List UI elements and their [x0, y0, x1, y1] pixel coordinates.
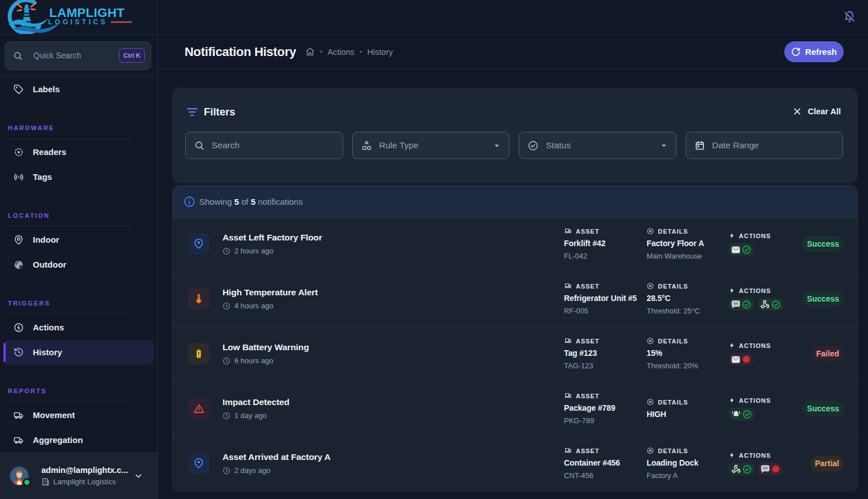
svg-text:LOGISTICS: LOGISTICS — [48, 18, 108, 26]
